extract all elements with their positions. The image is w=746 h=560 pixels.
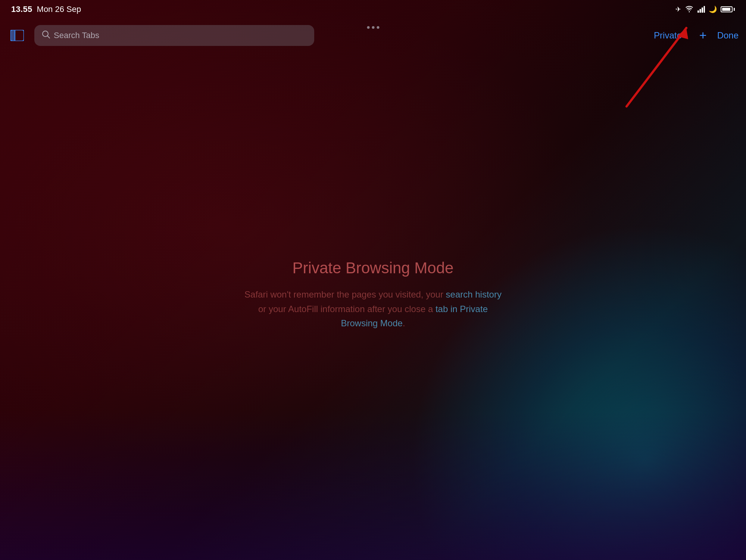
battery-icon xyxy=(721,6,735,12)
svg-rect-2 xyxy=(702,7,703,13)
private-mode-button[interactable]: Private ⌄ xyxy=(654,30,689,41)
status-bar: 13.55 Mon 26 Sep ✈ 🌙 xyxy=(0,0,746,19)
desc-link-search: search history xyxy=(446,289,502,299)
desc-text-3: . xyxy=(403,318,405,328)
search-bar[interactable]: Search Tabs xyxy=(34,25,314,46)
three-dots xyxy=(367,26,379,29)
status-date: Mon 26 Sep xyxy=(37,4,81,14)
wifi-icon xyxy=(685,6,694,13)
dot-3 xyxy=(377,26,379,29)
svg-line-8 xyxy=(47,36,50,38)
dot-1 xyxy=(367,26,369,29)
moon-icon: 🌙 xyxy=(709,5,717,13)
svg-rect-5 xyxy=(10,30,15,41)
private-label: Private xyxy=(654,30,682,41)
private-mode-title: Private Browsing Mode xyxy=(293,259,454,277)
sidebar-toggle-button[interactable] xyxy=(7,26,27,45)
nav-bar: Search Tabs Private ⌄ + Done xyxy=(0,19,746,52)
main-content: Private Browsing Mode Safari won't remem… xyxy=(0,52,746,560)
chevron-down-icon: ⌄ xyxy=(684,32,689,39)
add-tab-button[interactable]: + xyxy=(699,29,707,41)
desc-text-1: Safari won't remember the pages you visi… xyxy=(244,289,446,299)
airplane-icon: ✈ xyxy=(675,5,681,13)
desc-text-2: or your AutoFill information after you c… xyxy=(258,304,436,314)
status-icons: ✈ 🌙 xyxy=(675,5,735,13)
nav-right: Private ⌄ + Done xyxy=(654,29,739,41)
private-mode-description: Safari won't remember the pages you visi… xyxy=(243,287,504,330)
sidebar-icon xyxy=(10,30,24,41)
svg-rect-3 xyxy=(704,6,705,13)
status-time: 13.55 xyxy=(11,4,32,14)
search-icon xyxy=(42,30,50,41)
signal-icon xyxy=(697,6,705,13)
done-button[interactable]: Done xyxy=(717,30,739,41)
svg-rect-1 xyxy=(700,9,701,13)
svg-rect-0 xyxy=(697,10,699,13)
search-placeholder: Search Tabs xyxy=(54,31,99,40)
dot-2 xyxy=(372,26,374,29)
